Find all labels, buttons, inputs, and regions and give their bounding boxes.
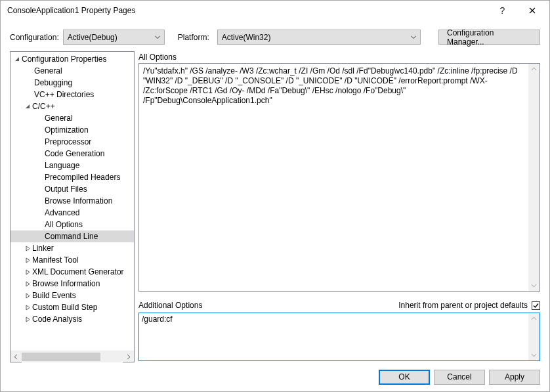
expand-icon[interactable] [24,293,32,299]
scroll-left-icon[interactable] [11,351,22,362]
scroll-up-icon[interactable] [528,64,539,75]
configuration-manager-button[interactable]: Configuration Manager... [438,30,540,45]
additional-options-text[interactable]: /guard:cf [139,313,528,360]
tree-node-cpp-general[interactable]: General [11,112,134,124]
tree-h-scrollbar[interactable] [11,351,134,362]
all-options-text[interactable]: /Yu"stdafx.h" /GS /analyze- /W3 /Zc:wcha… [139,64,528,291]
tree-node-build-events[interactable]: Build Events [11,290,134,301]
configuration-combo[interactable]: Active(Debug) [63,30,165,45]
tree-node-configuration-properties[interactable]: Configuration Properties [11,53,134,65]
expand-icon[interactable] [24,257,32,263]
configuration-value: Active(Debug) [68,33,117,42]
platform-value: Active(Win32) [222,33,271,42]
scroll-down-icon[interactable] [528,349,539,360]
tree-node-cpp-all-options[interactable]: All Options [11,219,134,230]
scroll-down-icon[interactable] [528,280,539,291]
expand-icon[interactable] [24,316,32,322]
additional-options-box[interactable]: /guard:cf [138,313,540,361]
platform-label: Platform: [178,33,209,42]
tree-node-cpp-code-generation[interactable]: Code Generation [11,148,134,160]
tree-node-cpp-browse-information[interactable]: Browse Information [11,195,134,207]
tree-node-general[interactable]: General [11,65,134,77]
inherit-label: Inherit from parent or project defaults [398,301,528,310]
window-title: ConsoleApplication1 Property Pages [7,6,488,15]
property-pages-dialog: ConsoleApplication1 Property Pages ? Con… [0,0,550,392]
tree-pane: Configuration Properties General Debuggi… [10,51,135,362]
tree-node-cpp-output-files[interactable]: Output Files [11,183,134,195]
expand-icon[interactable] [24,281,32,287]
all-options-v-scrollbar[interactable] [528,64,539,291]
all-options-box: /Yu"stdafx.h" /GS /analyze- /W3 /Zc:wcha… [138,63,540,292]
chevron-down-icon [411,35,416,39]
tree-node-cpp-optimization[interactable]: Optimization [11,124,134,136]
tree-node-cpp-advanced[interactable]: Advanced [11,207,134,219]
check-icon [532,302,539,309]
additional-options-label: Additional Options [138,301,202,310]
tree-node-cpp-language[interactable]: Language [11,160,134,171]
tree-node-custom-build-step[interactable]: Custom Build Step [11,301,134,313]
configuration-row: Configuration: Active(Debug) Platform: A… [1,20,549,51]
titlebar: ConsoleApplication1 Property Pages ? [1,1,549,20]
tree-node-cpp-precompiled-headers[interactable]: Precompiled Headers [11,171,134,183]
additional-v-scrollbar[interactable] [528,313,539,360]
all-options-label: All Options [138,53,540,62]
collapse-icon[interactable] [13,56,21,62]
expand-icon[interactable] [24,269,32,275]
tree-node-debugging[interactable]: Debugging [11,77,134,89]
configuration-label: Configuration: [10,33,59,42]
scroll-right-icon[interactable] [123,351,134,362]
right-pane: All Options /Yu"stdafx.h" /GS /analyze- … [138,51,540,362]
collapse-icon[interactable] [24,104,32,110]
cancel-button[interactable]: Cancel [434,370,485,385]
expand-icon[interactable] [24,246,32,251]
additional-options-header: Additional Options Inherit from parent o… [138,299,540,311]
scroll-track[interactable] [528,324,539,349]
inherit-checkbox[interactable] [532,301,540,310]
tree-node-linker[interactable]: Linker [11,242,134,254]
tree-node-cpp[interactable]: C/C++ [11,100,134,112]
dialog-footer: OK Cancel Apply [1,362,549,391]
configuration-tree[interactable]: Configuration Properties General Debuggi… [11,52,134,351]
chevron-down-icon [155,35,160,39]
scroll-track[interactable] [22,351,123,362]
close-icon [529,7,536,14]
scroll-up-icon[interactable] [528,313,539,324]
platform-combo[interactable]: Active(Win32) [217,30,421,45]
help-icon: ? [500,5,505,16]
tree-node-xml-doc-generator[interactable]: XML Document Generator [11,266,134,278]
scroll-track[interactable] [528,75,539,280]
apply-button[interactable]: Apply [489,370,540,385]
tree-node-manifest-tool[interactable]: Manifest Tool [11,254,134,266]
tree-node-cpp-preprocessor[interactable]: Preprocessor [11,136,134,148]
main-area: Configuration Properties General Debuggi… [1,51,549,362]
tree-node-code-analysis[interactable]: Code Analysis [11,313,134,325]
close-button[interactable] [517,1,547,20]
help-button[interactable]: ? [488,1,517,20]
scroll-thumb[interactable] [22,353,100,361]
tree-node-browse-information[interactable]: Browse Information [11,278,134,290]
expand-icon[interactable] [24,305,32,311]
tree-node-cpp-command-line[interactable]: Command Line [11,230,134,242]
tree-node-vcpp-directories[interactable]: VC++ Directories [11,89,134,100]
ok-button[interactable]: OK [379,370,430,385]
